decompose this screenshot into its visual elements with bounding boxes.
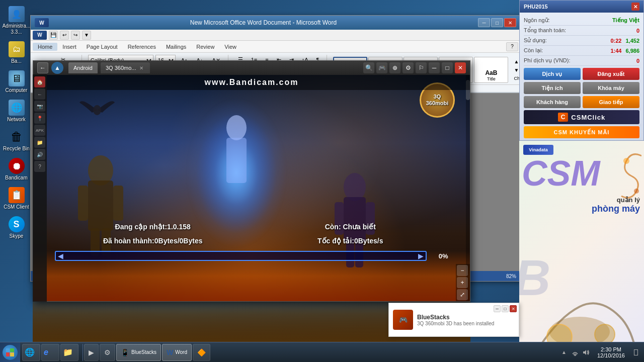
phu-remaining-label: Còn lại: <box>524 47 543 54</box>
phu-used-time: 0:22 <box>610 38 621 44</box>
menu-review[interactable]: Review <box>191 43 219 51</box>
taskbar-ie-button[interactable]: e <box>41 344 59 361</box>
desktop-icon-network[interactable]: 🌐 Network <box>2 98 32 125</box>
menu-mailings[interactable]: Mailings <box>161 43 191 51</box>
word-titlebar[interactable]: W New Microsoft Office Word Document - M… <box>31 16 520 30</box>
app2-taskbar-icon: 🔶 <box>197 348 206 356</box>
zoom-in-button[interactable]: + <box>457 277 468 288</box>
word-menu-bar: Home Insert Page Layout References Maili… <box>31 41 520 53</box>
phu-close-button[interactable]: ✕ <box>631 3 639 11</box>
menu-home[interactable]: Home <box>33 43 57 51</box>
csm-click-button[interactable]: C CSMClick <box>524 110 639 124</box>
menu-page-layout[interactable]: Page Layout <box>82 43 123 51</box>
bs-minimize-button[interactable]: ─ <box>429 62 440 73</box>
menu-insert[interactable]: Insert <box>57 43 82 51</box>
menu-references[interactable]: References <box>123 43 161 51</box>
bs-folder-button[interactable]: 📁 <box>34 137 45 148</box>
bs-home-button[interactable]: 🏠 <box>34 76 45 87</box>
notification-close-button[interactable]: ✕ <box>510 305 517 312</box>
svg-rect-14 <box>226 138 247 183</box>
bs-info-button[interactable]: ? <box>34 161 45 172</box>
tray-volume-icon[interactable] <box>582 348 590 356</box>
taskbar-word-button[interactable]: W Word <box>162 344 192 361</box>
bs-android-tab[interactable]: Android <box>68 62 98 73</box>
customize-button[interactable]: ▼ <box>82 31 91 40</box>
scroll-controls-bottom: − + ⤢ <box>456 264 470 301</box>
svg-point-13 <box>226 115 247 140</box>
desktop-icon-ba[interactable]: 🗂 Ba... <box>2 39 32 66</box>
desktop-icon-bandicam[interactable]: ⏺ Bandicam <box>2 156 32 183</box>
phu-customer-button[interactable]: Khách hàng <box>524 96 581 108</box>
bs-cursor-button[interactable]: ⊕ <box>389 62 400 73</box>
system-tray: ▲ 2:30 PM 12/10/2016 <box>556 346 644 358</box>
desktop-icon-administrator[interactable]: 👤 Administra... 3.3... <box>2 4 32 37</box>
redo-button[interactable]: ↪ <box>71 31 80 40</box>
taskbar-media-button[interactable]: ▶ <box>84 344 99 361</box>
desktop-icon-csm[interactable]: 📋 CSM Client <box>2 185 32 212</box>
word-minimize-button[interactable]: ─ <box>478 18 490 27</box>
tray-show-button[interactable]: ▲ <box>560 348 568 356</box>
taskbar-bluestacks-button[interactable]: 📱 BlueStacks <box>116 344 161 361</box>
zoom-out-button[interactable]: − <box>457 265 468 276</box>
phu-titlebar[interactable]: PHU2015 ✕ <box>520 1 643 13</box>
bs-settings-button[interactable]: ⚙ <box>403 62 414 73</box>
network-icon: 🌐 <box>9 100 25 116</box>
bs-pin-button[interactable]: 📍 <box>34 113 45 124</box>
word-maximize-button[interactable]: □ <box>491 18 503 27</box>
tray-network-icon[interactable] <box>571 348 579 356</box>
notification-minimize-button[interactable]: ─ <box>494 305 501 312</box>
start-button[interactable] <box>0 342 20 362</box>
csm-icon: 📋 <box>9 187 25 203</box>
svg-point-15 <box>93 105 101 115</box>
phu-utilities-button[interactable]: Tiện ích <box>524 82 581 94</box>
clock-area[interactable]: 2:30 PM 12/10/2016 <box>593 346 629 358</box>
phu-service-button[interactable]: Dịch vụ <box>524 68 581 80</box>
style-title[interactable]: AaB Title <box>474 57 508 83</box>
save-quick-button[interactable]: 💾 <box>49 31 58 40</box>
word-title: New Microsoft Office Word Document - Mic… <box>49 19 478 26</box>
bs-volume-button[interactable]: 🔊 <box>34 149 45 160</box>
taskbar-folder-button[interactable]: 📁 <box>60 344 78 361</box>
notification-maximize-button[interactable]: □ <box>502 305 509 312</box>
taskbar-app1-button[interactable]: ⚙ <box>100 344 115 361</box>
phu-remaining-amount: 6,986 <box>625 48 639 54</box>
desktop-icon-recycle[interactable]: 🗑 Recycle Bin <box>2 127 32 154</box>
bs-search-button[interactable]: 🔍 <box>363 62 374 73</box>
undo-button[interactable]: ↩ <box>60 31 69 40</box>
taskbar-app2-button[interactable]: 🔶 <box>193 344 210 361</box>
bs-maximize-button[interactable]: □ <box>442 62 453 73</box>
word-close-button[interactable]: ✕ <box>504 18 516 27</box>
menu-view[interactable]: View <box>219 43 242 51</box>
bs-game-tab[interactable]: 3Q 360mo... ✕ <box>101 62 150 73</box>
bluestacks-titlebar[interactable]: ← ▲ Android 3Q 360mo... ✕ 🔍 🎮 ⊕ ⚙ ⚐ ─ □ … <box>33 61 470 75</box>
show-desktop-button[interactable] <box>632 348 640 356</box>
phu-lock-button[interactable]: Khóa máy <box>583 82 639 94</box>
phu-button-row-1: Dịch vụ Đăng xuất <box>524 68 639 80</box>
bs-tab-close-button[interactable]: ✕ <box>138 64 145 71</box>
fullscreen-button[interactable]: ⤢ <box>457 289 468 300</box>
bs-gamepad-button[interactable]: 🎮 <box>376 62 387 73</box>
phu-contact-button[interactable]: Giao tiếp <box>583 96 639 108</box>
bs-apk-button[interactable]: APK <box>34 125 45 136</box>
bs-camera-button[interactable]: 📷 <box>34 101 45 112</box>
bs-close-button[interactable]: ✕ <box>455 62 466 73</box>
bs-back-button[interactable]: ← <box>34 88 45 100</box>
bs-back-nav-button[interactable]: ← <box>37 62 48 73</box>
game-content-area[interactable]: www.Bandicam.com <box>33 75 470 301</box>
bluestacks-taskbar-icon: 📱 <box>121 348 129 356</box>
desktop-icon-skype[interactable]: S Skype <box>2 214 32 241</box>
skype-label: Skype <box>10 233 24 239</box>
game-logo-text: 3Q360mobi <box>426 94 449 107</box>
taskbar-explorer-button[interactable]: 🌐 <box>22 344 40 361</box>
progress-percent-label: 0% <box>431 252 448 260</box>
help-button[interactable]: ? <box>506 42 518 51</box>
bluestacks-controls: 🔍 🎮 ⊕ ⚙ ⚐ ─ □ ✕ <box>363 62 466 73</box>
vinadata-text: Vinadata <box>529 147 547 152</box>
ad-text-area: quản lý phòng máy <box>523 196 640 214</box>
phu-logout-button[interactable]: Đăng xuất <box>583 68 639 80</box>
desktop-icon-computer[interactable]: 🖥 Computer <box>2 68 32 96</box>
csm-promo-button[interactable]: CSM KHUYẾN MÃI <box>524 126 639 138</box>
update-overlay: Đang cập nhật:1.0.158 Còn: Chưa biết Đã … <box>55 221 448 261</box>
bs-flag-button[interactable]: ⚐ <box>416 62 427 73</box>
media-taskbar-icon: ▶ <box>89 348 94 356</box>
